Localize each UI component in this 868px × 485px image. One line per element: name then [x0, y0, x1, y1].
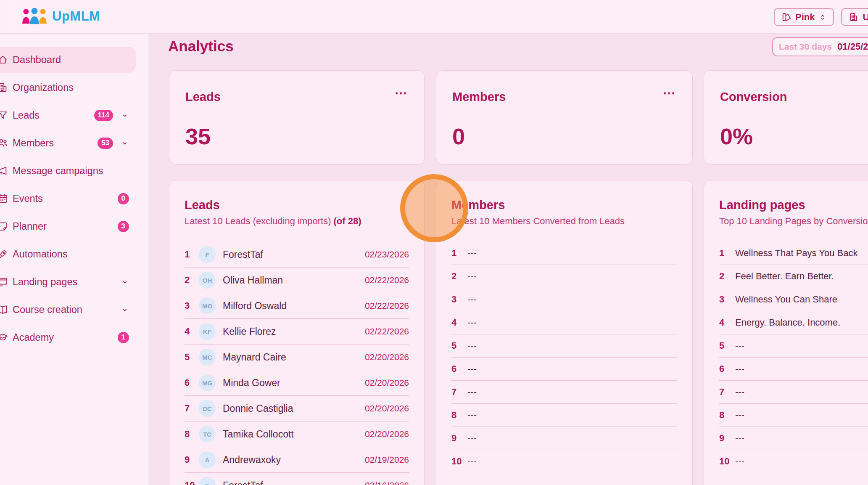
card-menu-button[interactable]: ⋯: [395, 90, 408, 96]
lead-name: Donnie Castiglia: [223, 403, 293, 414]
member-row: 3 ---: [451, 288, 677, 311]
sidebar-item-automations[interactable]: Automations: [0, 241, 148, 267]
rank-number: 10: [185, 480, 199, 485]
sidebar-item-planner[interactable]: Planner 3: [0, 213, 148, 239]
landing-page-row[interactable]: 4 Energy. Balance. Income.: [719, 311, 868, 334]
lead-name: Milford Oswald: [223, 300, 287, 312]
landing-page-name: Wellness That Pays You Back: [735, 248, 857, 259]
landing-page-row[interactable]: 3 Wellness You Can Share: [719, 288, 868, 311]
member-name: ---: [467, 410, 477, 421]
lead-date: 02/20/2026: [365, 429, 409, 439]
updown-chevron-icon: [818, 13, 827, 21]
member-name: ---: [467, 294, 477, 305]
lead-name: ForestTaf: [223, 249, 263, 260]
date-range-picker[interactable]: Last 30 days 01/25/20: [772, 37, 868, 56]
topbar-actions: Pink U: [774, 8, 868, 26]
rank-number: 8: [451, 410, 466, 421]
lead-row[interactable]: 3 MO Milford Oswald 02/22/2026: [185, 293, 409, 319]
landing-page-row[interactable]: 2 Feel Better. Earn Better.: [719, 265, 868, 288]
lead-date: 02/16/2026: [365, 480, 409, 485]
rank-number: 2: [451, 271, 466, 282]
events-count-badge: 0: [118, 193, 129, 204]
lead-row[interactable]: 1 F ForestTaf 02/23/2026: [185, 242, 409, 268]
sidebar-item-organizations[interactable]: Organizations: [0, 74, 148, 101]
palette-icon: [781, 12, 791, 22]
org-label: U: [863, 12, 868, 23]
landing-rows: 1 Wellness That Pays You Back 2 Feel Bet…: [719, 242, 868, 473]
stat-value: 35: [185, 123, 408, 149]
sidebar-item-leads[interactable]: Leads 114: [0, 102, 148, 128]
rocket-icon: [0, 249, 8, 260]
lead-row[interactable]: 5 MC Maynard Caire 02/20/2026: [185, 345, 409, 370]
sidebar-item-message-campaigns[interactable]: Message campaigns: [0, 158, 148, 184]
avatar: KF: [199, 323, 216, 340]
avatar: MC: [199, 349, 216, 366]
rank-number: 6: [451, 363, 466, 374]
lead-row[interactable]: 4 KF Kellie Florez 02/22/2026: [185, 319, 409, 345]
landing-page-row: 9 ---: [719, 427, 868, 450]
rank-number: 10: [451, 456, 466, 467]
lead-row[interactable]: 9 A Andrewaxoky 02/19/2026: [185, 447, 409, 473]
lead-row[interactable]: 6 MG Minda Gower 02/20/2026: [185, 370, 409, 396]
sidebar-item-dashboard[interactable]: Dashboard: [0, 47, 136, 73]
chevron-down-icon: [121, 111, 129, 119]
lead-date: 02/22/2026: [365, 326, 409, 337]
landing-page-name: ---: [735, 387, 744, 398]
leads-list-card: Leads Latest 10 Leads (excluding imports…: [169, 180, 425, 485]
lead-date: 02/22/2026: [365, 275, 409, 285]
avatar: OH: [199, 272, 216, 289]
sidebar-item-landing-pages[interactable]: Landing pages: [0, 269, 148, 295]
member-name: ---: [467, 387, 477, 398]
rank-number: 7: [451, 387, 466, 398]
academy-count-badge: 1: [118, 332, 129, 343]
member-name: ---: [467, 248, 477, 259]
lead-row[interactable]: 2 OH Oliva Hallman 02/22/2026: [185, 268, 409, 293]
stat-card-conversion: Conversion 0%: [704, 70, 868, 164]
sidebar-item-events[interactable]: Events 0: [0, 186, 148, 212]
avatar: F: [199, 477, 216, 485]
people-icon: [0, 138, 8, 149]
rank-number: 8: [719, 410, 733, 421]
card-title: Landing pages: [719, 198, 868, 212]
graduation-cap-icon: [0, 332, 8, 343]
landing-page-row[interactable]: 1 Wellness That Pays You Back: [719, 242, 868, 265]
landing-page-name: Energy. Balance. Income.: [735, 317, 840, 328]
people-group-logo-icon: [21, 6, 48, 27]
organization-button[interactable]: U: [841, 8, 868, 26]
lead-name: Kellie Florez: [223, 326, 276, 337]
member-row: 7 ---: [451, 381, 677, 404]
lead-name: Oliva Hallman: [223, 275, 283, 286]
brand: UpMLM: [21, 6, 100, 27]
landing-page-row: 5 ---: [719, 334, 868, 358]
card-menu-button[interactable]: ⋯: [663, 90, 676, 96]
sidebar-item-academy[interactable]: Academy 1: [0, 324, 148, 350]
landing-page-name: ---: [735, 410, 744, 421]
lead-row[interactable]: 8 TC Tamika Collocott 02/20/2026: [185, 421, 409, 447]
megaphone-icon: [0, 165, 8, 177]
funnel-icon: [0, 110, 8, 121]
member-row: 10 ---: [451, 450, 677, 473]
landing-pages-card: Landing pages Top 10 Landing Pages by Co…: [704, 180, 868, 485]
leads-count-badge: 114: [94, 110, 113, 121]
theme-selector-button[interactable]: Pink: [774, 8, 834, 26]
sidebar-item-course-creation[interactable]: Course creation: [0, 297, 148, 323]
lead-date: 02/20/2026: [365, 352, 409, 362]
topbar: UpMLM Pink U: [0, 0, 868, 34]
member-name: ---: [467, 271, 477, 282]
lead-date: 02/19/2026: [365, 455, 409, 465]
card-title: Leads: [185, 198, 409, 212]
rank-number: 7: [185, 403, 199, 414]
lead-name: Maynard Caire: [223, 352, 286, 363]
chevron-down-icon: [121, 139, 129, 147]
card-title: Members: [452, 90, 506, 104]
lead-row[interactable]: 7 DC Donnie Castiglia 02/20/2026: [185, 396, 409, 421]
landing-page-name: Feel Better. Earn Better.: [735, 271, 834, 282]
lead-row[interactable]: 10 F ForestTaf 02/16/2026: [185, 473, 409, 485]
landing-page-name: ---: [735, 433, 744, 444]
avatar: DC: [199, 400, 216, 417]
topbar-divider: [11, 0, 11, 33]
sidebar-item-members[interactable]: Members 53: [0, 130, 148, 156]
date-preset-label: Last 30 days: [779, 42, 832, 52]
card-title: Members: [451, 198, 677, 212]
member-row: 9 ---: [451, 427, 677, 450]
